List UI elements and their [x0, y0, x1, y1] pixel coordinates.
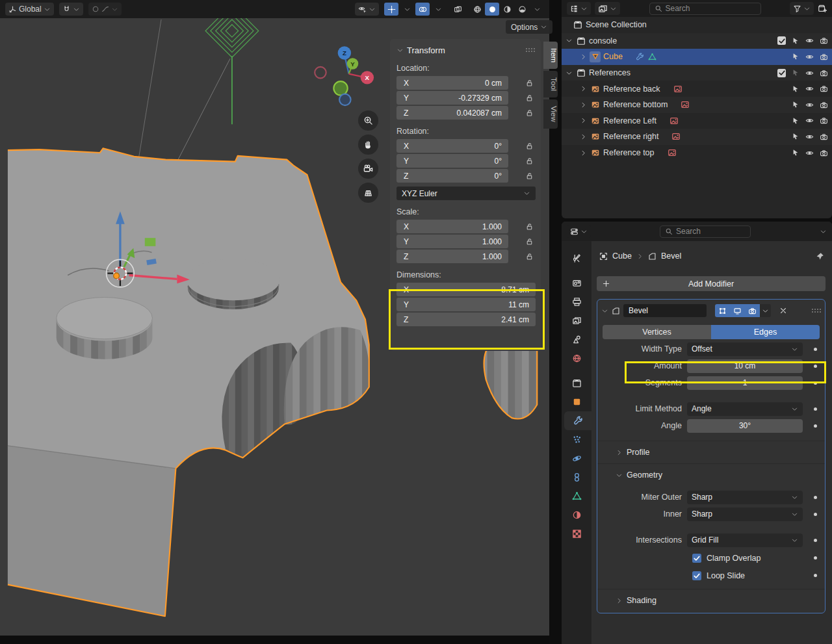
hide-render-toggle-icon[interactable]	[820, 149, 828, 157]
selectable-toggle-icon[interactable]	[792, 117, 800, 125]
location-row-field[interactable]: Y-0.27329 cm	[396, 91, 508, 105]
breadcrumb-modifier[interactable]: Bevel	[661, 251, 681, 261]
proportional-editing-group[interactable]	[88, 3, 122, 16]
properties-tab-view-layer[interactable]	[562, 311, 592, 330]
sidebar-tab-tool[interactable]: Tool	[543, 71, 558, 97]
outliner-row[interactable]: Reference top	[562, 145, 832, 161]
selectable-toggle-icon[interactable]	[792, 149, 800, 157]
lock-open-icon[interactable]	[523, 222, 536, 231]
outliner-display-mode-dropdown[interactable]	[567, 2, 591, 15]
geometry-subpanel-header[interactable]: Geometry	[601, 468, 821, 482]
collection-checkbox[interactable]	[777, 36, 786, 45]
navigation-gizmo[interactable]: Z Y X	[315, 46, 374, 105]
hide-render-toggle-icon[interactable]	[820, 84, 828, 93]
edit-mode-display-toggle[interactable]	[715, 304, 730, 317]
hide-render-toggle-icon[interactable]	[820, 116, 828, 125]
decorator-dot[interactable]	[809, 407, 821, 411]
shading-rendered-button[interactable]	[515, 3, 529, 16]
lock-open-icon[interactable]	[523, 109, 536, 117]
scale-row-field[interactable]: X1.000	[396, 220, 508, 233]
properties-tab-object-data[interactable]	[562, 487, 592, 506]
properties-tab-constraints[interactable]	[562, 468, 592, 487]
scale-row-field[interactable]: Y1.000	[396, 235, 508, 248]
miter-outer-dropdown[interactable]: Sharp	[687, 491, 803, 504]
expand-icon[interactable]	[580, 149, 587, 157]
tab-edges[interactable]: Edges	[711, 325, 820, 339]
lock-open-icon[interactable]	[523, 237, 536, 246]
properties-tab-world[interactable]	[562, 349, 592, 368]
segments-field[interactable]: 1	[687, 376, 803, 390]
camera-view-button[interactable]	[358, 159, 378, 179]
properties-tab-scene[interactable]	[562, 330, 592, 349]
modifier-extras-dropdown[interactable]	[760, 304, 771, 317]
properties-tab-particles[interactable]	[562, 430, 592, 449]
properties-tab-modifiers[interactable]	[564, 411, 592, 430]
shading-material-button[interactable]	[500, 3, 514, 16]
outliner-row[interactable]: Reference right	[562, 129, 832, 145]
decorator-dot[interactable]	[809, 556, 821, 560]
hide-viewport-toggle-icon[interactable]	[805, 36, 814, 45]
outliner-row[interactable]: Reference Left	[562, 113, 832, 129]
decorator-dot[interactable]	[809, 365, 821, 368]
dimension-row-field[interactable]: X8.71 cm	[396, 283, 536, 296]
hide-viewport-toggle-icon[interactable]	[805, 149, 814, 157]
rotation-row-field[interactable]: X0°	[396, 139, 508, 153]
tab-vertices[interactable]: Vertices	[603, 325, 711, 339]
modifier-name-input[interactable]: Bevel	[623, 304, 707, 317]
sidebar-tab-item[interactable]: Item	[543, 42, 558, 69]
expand-icon[interactable]	[580, 53, 587, 60]
properties-tab-object[interactable]	[562, 393, 592, 411]
outliner-row[interactable]: Reference back	[562, 81, 832, 97]
decorator-dot[interactable]	[809, 381, 821, 385]
lock-open-icon[interactable]	[523, 142, 536, 150]
properties-tab-tool[interactable]	[562, 249, 592, 268]
hide-viewport-toggle-icon[interactable]	[805, 101, 814, 109]
axis-neg-y-ball[interactable]	[333, 81, 347, 95]
properties-tab-output[interactable]	[562, 292, 592, 311]
decorator-dot[interactable]	[809, 574, 821, 577]
dimension-row-field[interactable]: Y11 cm	[396, 298, 536, 311]
gizmos-dropdown[interactable]	[400, 3, 414, 16]
expand-icon[interactable]	[580, 133, 587, 140]
render-display-toggle[interactable]	[745, 304, 760, 317]
snapping-group[interactable]	[59, 3, 83, 16]
hide-render-toggle-icon[interactable]	[820, 133, 828, 141]
shading-dropdown[interactable]	[530, 3, 544, 16]
rotation-row-field[interactable]: Y0°	[396, 154, 508, 168]
expand-icon[interactable]	[580, 117, 587, 124]
orthographic-toggle-button[interactable]	[358, 183, 378, 203]
location-row-field[interactable]: Z0.042087 cm	[396, 106, 508, 120]
properties-tab-material[interactable]	[562, 506, 592, 524]
width-type-dropdown[interactable]: Offset	[687, 342, 803, 356]
drag-handle-icon[interactable]	[811, 308, 821, 314]
selectable-toggle-icon[interactable]	[792, 85, 800, 93]
zoom-button[interactable]	[358, 110, 378, 131]
properties-tab-texture[interactable]	[562, 524, 592, 543]
axis-neg-z-ball[interactable]	[339, 94, 350, 105]
chevron-down-icon[interactable]	[820, 228, 827, 235]
properties-editor-type-dropdown[interactable]	[567, 225, 591, 238]
selectable-toggle-icon[interactable]	[792, 53, 800, 60]
properties-tab-collection[interactable]	[562, 374, 592, 393]
outliner-row[interactable]: Reference bottom	[562, 97, 832, 113]
properties-tab-physics[interactable]	[562, 449, 592, 468]
profile-subpanel-header[interactable]: Profile	[601, 445, 821, 459]
dimension-row-field[interactable]: Z2.41 cm	[396, 313, 536, 326]
selectable-toggle-icon[interactable]	[792, 37, 800, 45]
miter-inner-dropdown[interactable]: Sharp	[687, 508, 803, 521]
new-collection-button[interactable]	[818, 4, 827, 13]
properties-tab-render[interactable]	[562, 274, 592, 292]
decorator-dot[interactable]	[809, 496, 821, 499]
collapse-icon[interactable]	[396, 47, 404, 54]
decorator-dot[interactable]	[809, 513, 821, 516]
sidebar-tab-view[interactable]: View	[543, 99, 558, 129]
intersections-dropdown[interactable]: Grid Fill	[687, 534, 803, 547]
collapse-icon[interactable]	[566, 37, 573, 44]
outliner-filter-id-dropdown[interactable]	[595, 2, 620, 15]
outliner-row[interactable]: Scene Collection	[562, 17, 832, 33]
lock-open-icon[interactable]	[523, 94, 536, 102]
lock-open-icon[interactable]	[523, 79, 536, 87]
hide-render-toggle-icon[interactable]	[820, 53, 828, 61]
breadcrumb-object[interactable]: Cube	[612, 251, 632, 261]
lock-open-icon[interactable]	[523, 252, 536, 261]
